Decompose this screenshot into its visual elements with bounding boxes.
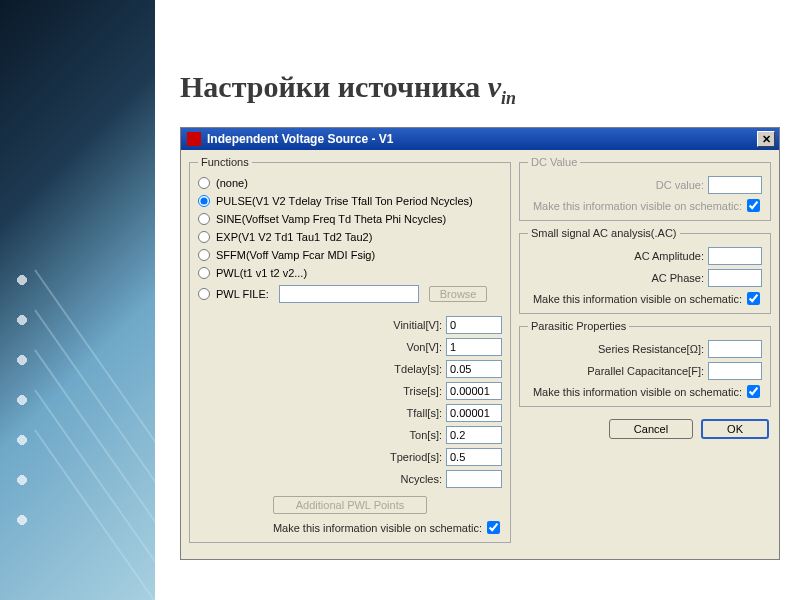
parallel-label: Parallel Capacitance[F]: [587, 365, 704, 377]
radio-pwlfile-label[interactable]: PWL FILE: [216, 288, 269, 300]
pwlfile-path-input[interactable] [279, 285, 419, 303]
dc-value-input[interactable] [708, 176, 762, 194]
radio-sine-label[interactable]: SINE(Voffset Vamp Freq Td Theta Phi Ncyc… [216, 213, 502, 225]
radio-sffm-label[interactable]: SFFM(Voff Vamp Fcar MDI Fsig) [216, 249, 502, 261]
browse-button[interactable]: Browse [429, 286, 488, 302]
ncycles-input[interactable] [446, 470, 502, 488]
radio-pwlfile-input[interactable] [198, 288, 210, 300]
radio-pwlfile[interactable]: PWL FILE: Browse [198, 282, 502, 306]
ac-legend: Small signal AC analysis(.AC) [528, 227, 680, 239]
dc-visible-label: Make this information visible on schemat… [533, 200, 742, 212]
radio-none-input[interactable] [198, 177, 210, 189]
ncycles-label: Ncycles: [400, 473, 442, 485]
radio-none-label[interactable]: (none) [216, 177, 502, 189]
ton-input[interactable] [446, 426, 502, 444]
ac-visible-checkbox[interactable] [747, 292, 760, 305]
vinitial-input[interactable] [446, 316, 502, 334]
radio-pulse-input[interactable] [198, 195, 210, 207]
voltage-source-dialog: Independent Voltage Source - V1 ✕ Functi… [180, 127, 780, 560]
trise-input[interactable] [446, 382, 502, 400]
radio-sffm-input[interactable] [198, 249, 210, 261]
dc-legend: DC Value [528, 156, 580, 168]
parasitic-visible-checkbox[interactable] [747, 385, 760, 398]
series-label: Series Resistance[Ω]: [598, 343, 704, 355]
parallel-input[interactable] [708, 362, 762, 380]
ac-visible-label: Make this information visible on schemat… [533, 293, 742, 305]
ac-phase-label: AC Phase: [651, 272, 704, 284]
dc-group: DC Value DC value: Make this information… [519, 156, 771, 221]
parasitic-visible-label: Make this information visible on schemat… [533, 386, 742, 398]
parasitic-legend: Parasitic Properties [528, 320, 629, 332]
series-input[interactable] [708, 340, 762, 358]
decorative-circuit-background [0, 0, 155, 600]
tperiod-input[interactable] [446, 448, 502, 466]
von-input[interactable] [446, 338, 502, 356]
app-icon [187, 132, 201, 146]
ac-phase-input[interactable] [708, 269, 762, 287]
radio-sffm[interactable]: SFFM(Voff Vamp Fcar MDI Fsig) [198, 246, 502, 264]
trise-label: Trise[s]: [403, 385, 442, 397]
radio-pwl-label[interactable]: PWL(t1 v1 t2 v2...) [216, 267, 502, 279]
radio-sine[interactable]: SINE(Voffset Vamp Freq Td Theta Phi Ncyc… [198, 210, 502, 228]
von-label: Von[V]: [407, 341, 442, 353]
radio-sine-input[interactable] [198, 213, 210, 225]
radio-exp-label[interactable]: EXP(V1 V2 Td1 Tau1 Td2 Tau2) [216, 231, 502, 243]
radio-exp[interactable]: EXP(V1 V2 Td1 Tau1 Td2 Tau2) [198, 228, 502, 246]
cancel-button[interactable]: Cancel [609, 419, 693, 439]
titlebar[interactable]: Independent Voltage Source - V1 ✕ [181, 128, 779, 150]
functions-visible-label: Make this information visible on schemat… [273, 522, 482, 534]
ac-group: Small signal AC analysis(.AC) AC Amplitu… [519, 227, 771, 314]
tdelay-label: Tdelay[s]: [394, 363, 442, 375]
tperiod-label: Tperiod[s]: [390, 451, 442, 463]
tfall-input[interactable] [446, 404, 502, 422]
ac-amp-input[interactable] [708, 247, 762, 265]
ok-button[interactable]: OK [701, 419, 769, 439]
page-title: Настройки источника vin [180, 70, 790, 109]
functions-legend: Functions [198, 156, 252, 168]
close-button[interactable]: ✕ [757, 131, 775, 147]
radio-exp-input[interactable] [198, 231, 210, 243]
radio-pwl-input[interactable] [198, 267, 210, 279]
radio-pulse[interactable]: PULSE(V1 V2 Tdelay Trise Tfall Ton Perio… [198, 192, 502, 210]
dc-value-label: DC value: [656, 179, 704, 191]
tdelay-input[interactable] [446, 360, 502, 378]
ac-amp-label: AC Amplitude: [634, 250, 704, 262]
radio-none[interactable]: (none) [198, 174, 502, 192]
radio-pwl[interactable]: PWL(t1 v1 t2 v2...) [198, 264, 502, 282]
radio-pulse-label[interactable]: PULSE(V1 V2 Tdelay Trise Tfall Ton Perio… [216, 195, 502, 207]
parasitic-group: Parasitic Properties Series Resistance[Ω… [519, 320, 771, 407]
vinitial-label: Vinitial[V]: [393, 319, 442, 331]
functions-group: Functions (none) PULSE(V1 V2 Tdelay Tris… [189, 156, 511, 543]
dialog-title-text: Independent Voltage Source - V1 [207, 132, 393, 146]
ton-label: Ton[s]: [410, 429, 442, 441]
close-icon: ✕ [762, 133, 771, 146]
dc-visible-checkbox[interactable] [747, 199, 760, 212]
tfall-label: Tfall[s]: [407, 407, 442, 419]
additional-pwl-button: Additional PWL Points [273, 496, 427, 514]
functions-visible-checkbox[interactable] [487, 521, 500, 534]
